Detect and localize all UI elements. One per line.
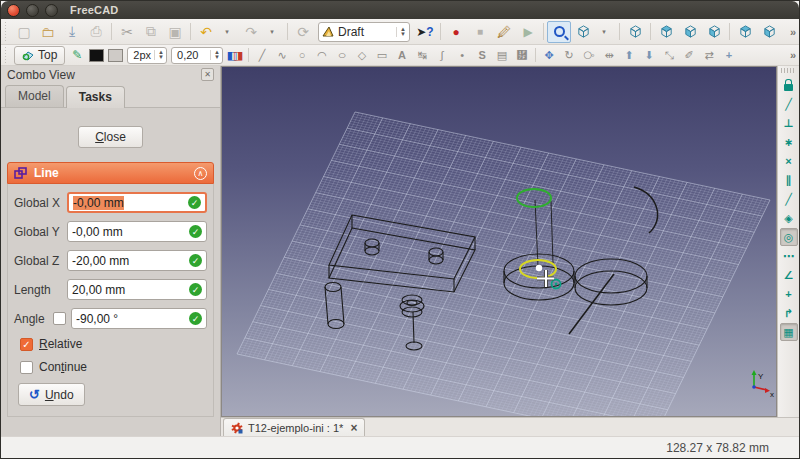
global-x-input[interactable]: -0,00 mm ✓	[67, 192, 207, 213]
draft-ellipse-icon[interactable]: ○	[329, 47, 356, 64]
length-input[interactable]: 20,00 mm ✓	[67, 279, 207, 300]
continue-checkbox[interactable]	[20, 361, 33, 374]
draft-move-icon[interactable]: ✥	[539, 47, 559, 64]
toolbar-separator	[729, 23, 730, 41]
draft-wire-icon[interactable]: ∿	[272, 47, 292, 64]
tab-close-icon[interactable]: ×	[350, 421, 357, 435]
snap-center-icon[interactable]: ◈	[780, 209, 798, 227]
snap-parallel-icon[interactable]: ∥	[780, 171, 798, 189]
draft-trimex-icon[interactable]: ⇹	[599, 47, 619, 64]
draft-scale-icon[interactable]: ⤡	[659, 47, 679, 64]
undo-dropdown-icon[interactable]: ▾	[215, 21, 239, 43]
snap-ortho-icon[interactable]: ◎	[780, 228, 798, 246]
new-document-icon[interactable]: ▢	[12, 21, 36, 43]
draft-line-icon[interactable]: ╱	[252, 47, 272, 64]
draft-dimension-icon[interactable]: ↹	[412, 47, 432, 64]
window-minimize-button[interactable]	[26, 4, 39, 17]
view-right-icon[interactable]	[678, 21, 702, 43]
tab-tasks[interactable]: Tasks	[66, 86, 125, 108]
draft-rectangle-icon[interactable]: ▭	[372, 47, 392, 64]
open-document-icon[interactable]: 🗀	[36, 21, 60, 43]
snap-special-icon[interactable]: ⋯	[780, 247, 798, 265]
undo-button[interactable]: ↺ Undo	[18, 383, 85, 406]
workbench-selector[interactable]: Draft ▲▼	[318, 22, 410, 42]
draft-downgrade-icon[interactable]: ⬇	[639, 47, 659, 64]
document-tab[interactable]: T12-ejemplo-ini : 1* ×	[223, 418, 365, 436]
window-close-button[interactable]	[7, 4, 20, 17]
copy-icon[interactable]: ⧉	[139, 21, 163, 43]
relative-checkbox[interactable]: ✓	[20, 338, 33, 351]
draft-shapestring-icon[interactable]: S	[472, 47, 492, 64]
snap-lock-icon[interactable]	[780, 76, 798, 94]
snap-endpoint-icon[interactable]: ╱	[780, 95, 798, 113]
snap-dimensions-icon[interactable]: +	[780, 285, 798, 303]
draft-edit-icon[interactable]: ✐	[679, 47, 699, 64]
fit-all-icon[interactable]	[547, 21, 571, 43]
axonometric-dropdown-icon[interactable]: ▾	[592, 21, 616, 43]
macro-stop-icon[interactable]: ■	[468, 21, 492, 43]
draft-to-sketch-icon[interactable]: ⇄	[699, 47, 719, 64]
task-close-button[interactable]: Close	[78, 126, 143, 148]
scale-arrows[interactable]: ▲▼	[210, 50, 220, 60]
snap-working-plane-icon[interactable]: ↱	[780, 304, 798, 322]
line-task-header[interactable]: Line ∧	[7, 162, 214, 184]
paste-icon[interactable]: ▣	[163, 21, 187, 43]
cut-icon[interactable]: ✂	[115, 21, 139, 43]
macro-play-icon[interactable]: ▶	[516, 21, 540, 43]
toolbar-drag-handle[interactable]	[3, 22, 10, 42]
line-color-swatch[interactable]	[89, 49, 104, 62]
tab-model[interactable]: Model	[5, 85, 64, 107]
snap-extension-icon[interactable]: ╱	[780, 190, 798, 208]
view-front-icon[interactable]	[623, 21, 647, 43]
print-icon[interactable]: ⎙	[84, 21, 108, 43]
workbench-selector-arrows[interactable]: ▲▼	[396, 27, 406, 37]
snap-near-icon[interactable]: ∠	[780, 266, 798, 284]
toggle-grid-icon[interactable]: ▦	[780, 323, 798, 341]
draft-bspline-icon[interactable]: ∫	[432, 47, 452, 64]
snap-perpendicular-icon[interactable]: ⊥	[780, 114, 798, 132]
panel-close-icon[interactable]: ✕	[201, 68, 214, 81]
view-bottom-icon[interactable]	[733, 21, 757, 43]
macro-edit-icon[interactable]: 🖉	[492, 21, 516, 43]
redo-dropdown-icon[interactable]: ▾	[260, 21, 284, 43]
line-width-arrows[interactable]: ▲▼	[154, 50, 164, 60]
view-rear-icon[interactable]	[702, 21, 726, 43]
vertex-point	[536, 265, 542, 271]
field-label: Global Y	[14, 225, 62, 239]
save-document-icon[interactable]: ⤓	[60, 21, 84, 43]
collapse-chevron-icon[interactable]: ∧	[194, 167, 207, 180]
window-maximize-button[interactable]	[45, 4, 58, 17]
refresh-icon[interactable]: ⟳	[291, 21, 315, 43]
draft-circle-icon[interactable]: ○	[292, 47, 312, 64]
toolbar-overflow-icon[interactable]: »	[790, 49, 796, 61]
view-left-icon[interactable]	[757, 21, 781, 43]
angle-lock-checkbox[interactable]	[53, 312, 66, 325]
draft-text-icon[interactable]: A	[392, 47, 412, 64]
3d-viewport[interactable]: Y x	[221, 66, 777, 417]
apply-style-icon[interactable]: ◧◨	[225, 47, 245, 64]
toolbar-separator	[287, 23, 288, 41]
global-z-input[interactable]: -20,00 mm ✓	[67, 250, 207, 271]
draft-add-point-icon[interactable]: +	[719, 47, 739, 64]
face-color-swatch[interactable]	[108, 49, 123, 62]
style-pencil-icon[interactable]: ✎	[67, 47, 87, 64]
snap-intersection-icon[interactable]: ×	[780, 152, 798, 170]
toolbar-overflow-icon[interactable]: »	[790, 26, 796, 38]
draft-rotate-icon[interactable]: ↻	[559, 47, 579, 64]
draft-facebinder-icon[interactable]: ▤	[492, 47, 512, 64]
working-plane-button[interactable]: Top	[14, 46, 65, 65]
view-top-icon[interactable]	[654, 21, 678, 43]
macro-record-icon[interactable]: ●	[444, 21, 468, 43]
toolbar-drag-handle[interactable]	[3, 47, 10, 63]
draft-offset-icon[interactable]: ⧂	[579, 47, 599, 64]
line-width-spinner[interactable]: 2px ▲▼	[127, 47, 167, 64]
draft-upgrade-icon[interactable]: ⬆	[619, 47, 639, 64]
draft-bezier-icon[interactable]: ὿	[512, 47, 532, 64]
toolbar-drag-handle[interactable]	[781, 68, 796, 73]
global-y-input[interactable]: -0,00 mm ✓	[67, 221, 207, 242]
angle-input[interactable]: -90,00 ° ✓	[71, 308, 207, 329]
draft-point-icon[interactable]: •	[452, 47, 472, 64]
whats-this-icon[interactable]: ➤?	[413, 21, 437, 43]
snap-angle-icon[interactable]: ∗	[780, 133, 798, 151]
scale-spinner[interactable]: 0,20 ▲▼	[171, 47, 223, 64]
